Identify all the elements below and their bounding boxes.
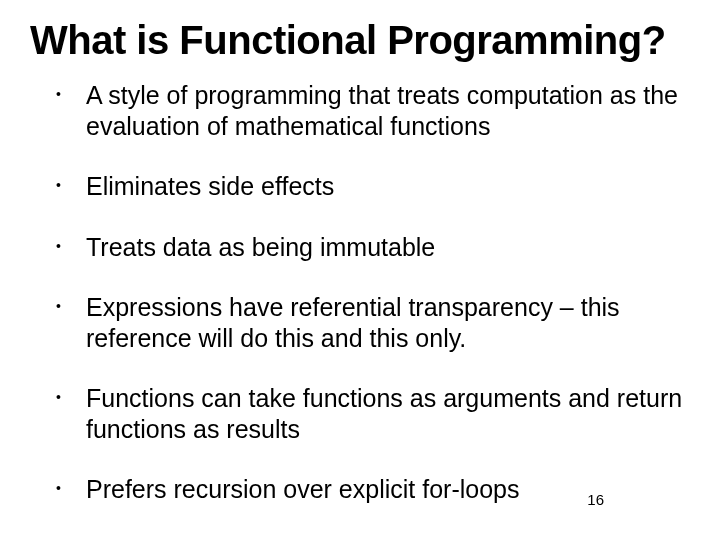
slide-title: What is Functional Programming? xyxy=(30,18,690,62)
bullet-list: A style of programming that treats compu… xyxy=(30,80,690,505)
list-item: Expressions have referential transparenc… xyxy=(56,292,690,353)
slide: What is Functional Programming? A style … xyxy=(0,0,720,540)
page-number: 16 xyxy=(587,491,604,508)
list-item: A style of programming that treats compu… xyxy=(56,80,690,141)
list-item: Eliminates side effects xyxy=(56,171,690,202)
list-item: Functions can take functions as argument… xyxy=(56,383,690,444)
list-item: Treats data as being immutable xyxy=(56,232,690,263)
